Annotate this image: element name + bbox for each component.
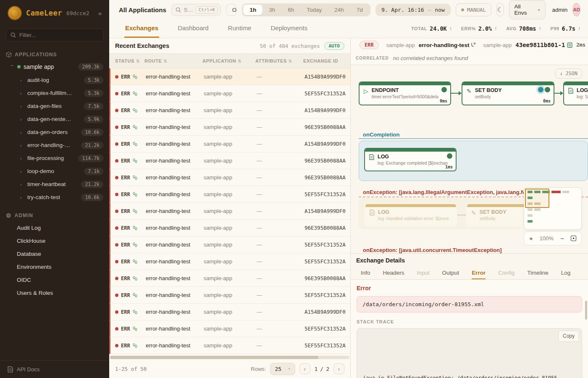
- fit-view-button[interactable]: [571, 236, 576, 241]
- nav-tab[interactable]: Deployments: [270, 19, 308, 38]
- detail-route[interactable]: error-handling-test: [419, 42, 476, 48]
- status-text: ERR: [121, 225, 130, 231]
- avatar[interactable]: AD: [572, 3, 580, 16]
- minimap-viewport[interactable]: [525, 189, 549, 208]
- date-range-picker[interactable]: 9. Apr. 16:16 – now: [375, 4, 451, 16]
- details-tab[interactable]: Info: [361, 267, 370, 279]
- admin-menu-item[interactable]: ClickHouse: [0, 234, 109, 247]
- online-status-badge[interactable]: O: [226, 4, 237, 16]
- admin-menu-item[interactable]: Environments: [0, 260, 109, 273]
- flow-node-log[interactable]: LOG log: Sta: [563, 81, 588, 105]
- time-range-option[interactable]: 6h: [281, 5, 300, 15]
- admin-menu-item[interactable]: OIDC: [0, 273, 109, 286]
- sidebar-route-item[interactable]: › error-handling-… 21.2k: [0, 139, 109, 152]
- sidebar-item-sample-app[interactable]: › sample app 209.3k: [0, 60, 109, 74]
- time-range-option[interactable]: 7d: [350, 5, 369, 15]
- column-attributes[interactable]: ATTRIBUTES⇅: [255, 58, 303, 63]
- table-row[interactable]: ERR error-handling-test sample-app — A15…: [109, 136, 350, 152]
- table-row[interactable]: ERR error-handling-test sample-app — 96E…: [109, 152, 350, 169]
- row-route: error-handling-test: [146, 225, 204, 231]
- nav-tab[interactable]: Exchanges: [124, 19, 159, 38]
- dark-mode-toggle[interactable]: ☾: [496, 3, 504, 16]
- time-range-option[interactable]: 1h: [243, 5, 262, 15]
- table-row[interactable]: ERR error-handling-test sample-app — 5EF…: [109, 236, 350, 253]
- details-tab[interactable]: Config: [498, 267, 514, 279]
- flow-node-set-body[interactable]: ✎ SET BODY setBody 0ms: [462, 81, 554, 105]
- table-row[interactable]: ERR error-handling-test sample-app — 5EF…: [109, 320, 350, 337]
- copy-button[interactable]: Copy: [558, 331, 579, 342]
- time-range-option[interactable]: 3h: [262, 5, 281, 15]
- table-row[interactable]: ERR error-handling-test sample-app — A15…: [109, 102, 350, 119]
- prev-page-button[interactable]: ‹: [299, 363, 310, 374]
- table-row[interactable]: ERR error-handling-test sample-app — A15…: [109, 68, 350, 85]
- collapse-sidebar-icon[interactable]: «: [97, 9, 103, 18]
- table-row[interactable]: ERR error-handling-test sample-app — 5EF…: [109, 253, 350, 270]
- details-tab[interactable]: Error: [472, 267, 486, 279]
- table-row[interactable]: ERR error-handling-test sample-app — A15…: [109, 203, 350, 220]
- chevron-right-icon: ›: [20, 130, 24, 135]
- api-docs-link[interactable]: API Docs: [0, 360, 109, 378]
- details-tab[interactable]: Log: [561, 267, 571, 279]
- details-tab[interactable]: Headers: [383, 267, 404, 279]
- sidebar-route-item[interactable]: › loop-demo 7.1k: [0, 165, 109, 178]
- column-status[interactable]: STATUS⇅: [109, 58, 144, 63]
- admin-menu-item[interactable]: Users & Roles: [0, 286, 109, 299]
- scrollbar-thumb[interactable]: [110, 356, 318, 359]
- manual-refresh-button[interactable]: MANUAL: [456, 3, 491, 16]
- column-application[interactable]: APPLICATION⇅: [202, 58, 255, 63]
- time-range-option[interactable]: Today: [300, 5, 328, 15]
- filter-input[interactable]: [19, 32, 99, 38]
- rows-per-page-value: 25: [275, 366, 281, 372]
- flow-minimap[interactable]: [524, 187, 582, 230]
- route-flow-canvas[interactable]: ↓ JSON ▷ ENDPOINT timer:errorTest?period…: [351, 65, 588, 254]
- admin-menu-item[interactable]: Database: [0, 247, 109, 260]
- details-tab[interactable]: Output: [442, 267, 459, 279]
- exchange-id[interactable]: 43ee9811b801-1: [515, 42, 572, 48]
- flow-node-endpoint[interactable]: ▷ ENDPOINT timer:errorTest?period=5000&d…: [359, 81, 451, 105]
- table-row[interactable]: ERR error-handling-test sample-app — 96E…: [109, 220, 350, 236]
- sidebar-route-item[interactable]: › timer-heartbeat 21.2k: [0, 178, 109, 191]
- column-exchange-id[interactable]: EXCHANGE ID: [303, 58, 350, 63]
- table-row[interactable]: ERR error-handling-test sample-app — 96E…: [109, 119, 350, 136]
- horizontal-scrollbar[interactable]: [110, 356, 349, 359]
- flow-node-exc-log[interactable]: LOG log: Handled validation error: ${exc…: [365, 203, 457, 227]
- table-row[interactable]: ERR error-handling-test sample-app — 5EF…: [109, 186, 350, 203]
- stacktrace-block[interactable]: Copy java.io.FileNotFoundException: /dat…: [357, 328, 582, 378]
- sidebar-filter[interactable]: [6, 29, 103, 42]
- sidebar-route-item[interactable]: › try-catch-test 10.6k: [0, 191, 109, 204]
- column-route[interactable]: ROUTE⇅: [144, 58, 202, 63]
- table-row[interactable]: ERR error-handling-test sample-app — A15…: [109, 304, 350, 320]
- nav-tab[interactable]: Runtime: [227, 19, 252, 38]
- status-text: ERR: [121, 309, 130, 315]
- table-row[interactable]: ERR error-handling-test sample-app — 5EF…: [109, 85, 350, 102]
- footprints-icon: [133, 142, 137, 147]
- node-title: LOG: [577, 87, 588, 94]
- zoom-in-button[interactable]: +: [529, 235, 533, 242]
- nav-tab[interactable]: Dashboard: [177, 19, 209, 38]
- auto-refresh-badge[interactable]: AUTO: [324, 42, 345, 50]
- table-row[interactable]: ERR error-handling-test sample-app — 96E…: [109, 169, 350, 186]
- vertical-scrollbar[interactable]: [585, 301, 587, 320]
- next-page-button[interactable]: ›: [333, 363, 344, 374]
- sidebar-route-item[interactable]: › complex-fulfillm… 5.3k: [0, 87, 109, 100]
- table-row[interactable]: ERR error-handling-test sample-app — 5EF…: [109, 287, 350, 304]
- time-range-option[interactable]: 24h: [328, 5, 350, 15]
- rows-per-page-select[interactable]: 25 ▾: [270, 363, 295, 375]
- details-tab[interactable]: Input: [417, 267, 430, 279]
- details-tab[interactable]: Timeline: [527, 267, 549, 279]
- download-json-button[interactable]: ↓ JSON: [555, 68, 582, 79]
- admin-menu-item[interactable]: Audit Log: [0, 221, 109, 234]
- sidebar-route-item[interactable]: › data-gen-neste… 5.9k: [0, 113, 109, 126]
- table-row[interactable]: ERR error-handling-test sample-app — 96E…: [109, 270, 350, 287]
- sidebar-route-item[interactable]: › data-gen-files 7.5k: [0, 100, 109, 113]
- sidebar-route-item[interactable]: › audit-log 5.3k: [0, 74, 109, 87]
- sidebar-route-item[interactable]: › data-gen-orders 10.6k: [0, 126, 109, 139]
- flow-node-completion-log[interactable]: LOG log: Exchange completed [${exchan 1m…: [364, 148, 457, 171]
- env-select[interactable]: All Envs ▾: [509, 0, 546, 19]
- sidebar-route-item[interactable]: › file-processing 114.7k: [0, 152, 109, 165]
- row-status-cell: ERR: [110, 91, 146, 97]
- error-dot: [115, 310, 118, 314]
- global-search[interactable]: S… Ctrl+K: [171, 4, 221, 16]
- zoom-out-button[interactable]: −: [560, 235, 564, 242]
- table-row[interactable]: ERR error-handling-test sample-app — 5EF…: [109, 337, 350, 354]
